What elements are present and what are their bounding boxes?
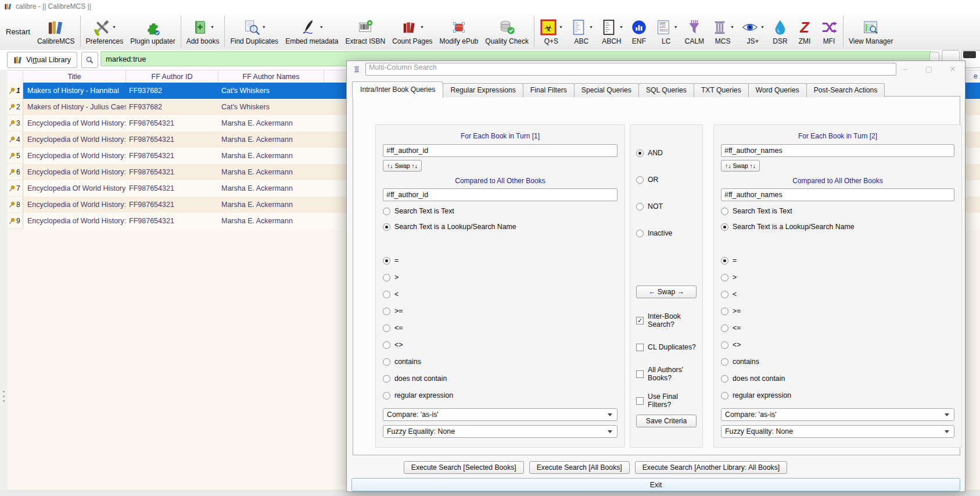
cell-author-names[interactable]: Marsha E. Ackermann (218, 131, 324, 148)
checkbox-use-final-filters[interactable]: Use Final Filters? (636, 396, 697, 405)
virtual-library-button[interactable]: Virtual Library (7, 52, 77, 68)
cell-author-id[interactable]: FF987654321 (126, 164, 218, 180)
cell-author-id[interactable]: FF987654321 (126, 180, 218, 197)
radio-circle[interactable] (383, 392, 390, 399)
radio-search-text-is-a-lookup-search-name[interactable]: Search Text is a Lookup/Search Name (383, 222, 618, 231)
column-header-ff-author-id[interactable]: FF Author ID (126, 70, 218, 83)
radio-circle[interactable] (721, 341, 728, 349)
radio-search-text-is-text[interactable]: Search Text is Text (383, 206, 618, 216)
radio-circle[interactable] (383, 274, 390, 281)
radio-search-text-is-a-lookup-search-name[interactable]: Search Text is a Lookup/Search Name (721, 222, 954, 231)
radio-circle[interactable] (383, 358, 390, 366)
radio-does-not-contain[interactable]: does not contain (721, 374, 954, 383)
checkbox-all-authors-books[interactable]: All Authors' Books? (636, 369, 697, 379)
row-pin-cell[interactable]: 7 (8, 180, 23, 197)
radio-circle[interactable] (721, 257, 728, 265)
radio-[interactable]: < (383, 290, 618, 299)
search-button[interactable] (81, 52, 98, 68)
radio-circle[interactable] (721, 358, 728, 366)
radio-circle[interactable] (383, 341, 390, 349)
radio-circle[interactable] (636, 230, 644, 237)
header-pin-column[interactable] (8, 70, 23, 83)
radio-and[interactable]: AND (636, 148, 697, 158)
toolbar-button-q-s[interactable]: ☣▼Q+S (536, 13, 566, 50)
splitter-handle-icon[interactable] (3, 391, 5, 392)
panel-1-compare-select[interactable]: Compare: 'as-is' (383, 408, 618, 421)
radio-regular-expression[interactable]: regular expression (383, 391, 618, 400)
radio-contains[interactable]: contains (383, 357, 618, 366)
tab-txt-queries[interactable]: TXT Queries (694, 83, 749, 97)
cell-author-id[interactable]: FF937682 (126, 83, 218, 99)
dropdown-arrow-icon[interactable]: ▼ (730, 25, 734, 29)
tab-word-queries[interactable]: Word Queries (748, 83, 807, 97)
row-pin-cell[interactable]: 9 (8, 213, 23, 229)
cell-author-id[interactable]: FF987654321 (126, 197, 218, 213)
column-header-title[interactable]: Title (23, 70, 126, 83)
minimize-button[interactable]: – (901, 65, 909, 73)
row-pin-cell[interactable]: 5 (8, 148, 23, 164)
radio-[interactable]: > (721, 273, 954, 282)
toolbar-button-calibremcs[interactable]: CalibreMCS (34, 13, 78, 50)
tab-intra-inter-book-queries[interactable]: Intra/Inter Book Queries (352, 81, 443, 98)
cell-author-id[interactable]: FF987654321 (126, 213, 218, 229)
radio-[interactable]: > (383, 273, 618, 282)
row-pin-cell[interactable]: 2 (8, 99, 23, 115)
radio-inactive[interactable]: Inactive (636, 229, 697, 238)
toolbar-button-extract-isbn[interactable]: Extract ISBN (342, 13, 389, 50)
tab-sql-queries[interactable]: SQL Queries (638, 83, 694, 97)
cell-author-names[interactable]: Cat's Whiskers (218, 83, 324, 99)
checkbox-box[interactable] (636, 344, 644, 351)
save-criteria-button[interactable]: Save Criteria (636, 415, 697, 427)
checkbox-cl-duplicates[interactable]: CL Duplicates? (636, 342, 697, 352)
radio-circle[interactable] (383, 291, 390, 298)
radio-[interactable]: <> (383, 340, 618, 349)
left-splitter[interactable] (0, 70, 8, 490)
toolbar-button-add-books[interactable]: ▼Add books (183, 13, 223, 50)
cell-title[interactable]: Encyclopedia of World History: ... (23, 115, 126, 131)
cell-title[interactable]: Encyclopedia of World History: ... (23, 148, 126, 164)
toolbar-button-enf[interactable]: ENF (627, 13, 651, 50)
toolbar-button-dsr[interactable]: DSR (768, 13, 792, 50)
dropdown-arrow-icon[interactable]: ▼ (619, 25, 623, 29)
dropdown-arrow-icon[interactable]: ▼ (112, 25, 116, 29)
cell-title[interactable]: Makers of History - Julius Caesar (23, 99, 126, 115)
tab-special-queries[interactable]: Special Queries (574, 83, 639, 97)
toolbar-button-modify-epub[interactable]: Modify ePub (436, 13, 482, 50)
radio-circle[interactable] (383, 223, 390, 231)
radio-circle[interactable] (636, 203, 644, 210)
radio-search-text-is-text[interactable]: Search Text is Text (721, 206, 954, 216)
column-header-ff-author-names[interactable]: FF Author Names (218, 70, 324, 83)
panel-2-turn-field[interactable] (721, 144, 954, 157)
dropdown-arrow-icon[interactable]: ▼ (420, 25, 424, 29)
radio-circle[interactable] (721, 274, 728, 281)
cell-title[interactable]: Encyclopedia of World History: ... (23, 213, 126, 229)
cell-author-names[interactable]: Marsha E. Ackermann (218, 180, 324, 197)
toolbar-button-abch[interactable]: ▼ABCH (597, 13, 627, 50)
swap-panels-button[interactable]: ← Swap → (636, 286, 697, 298)
radio-[interactable]: <= (721, 323, 954, 333)
row-pin-cell[interactable]: 1 (8, 83, 23, 99)
maximize-button[interactable]: ▢ (925, 65, 933, 73)
cell-title[interactable]: Encyclopedia of World History: ... (23, 164, 126, 180)
row-pin-cell[interactable]: 8 (8, 197, 23, 213)
cell-author-names[interactable]: Marsha E. Ackermann (218, 148, 324, 164)
toolbar-button-mfi[interactable]: MFI (817, 13, 841, 50)
panel-1-turn-field[interactable] (383, 144, 618, 157)
dropdown-arrow-icon[interactable]: ▼ (320, 25, 324, 29)
toolbar-button-abc[interactable]: ▼ABC (566, 13, 597, 50)
dialog-title-bar[interactable]: Multi-Column Search – ▢ ✕ (347, 61, 965, 77)
radio-circle[interactable] (721, 208, 728, 215)
radio-[interactable]: = (383, 256, 618, 265)
panel-1-compared-field[interactable] (383, 188, 618, 201)
cell-author-names[interactable]: Cat's Whiskers (218, 99, 324, 115)
radio-circle[interactable] (721, 223, 728, 231)
toolbar-button-lc[interactable]: DDCLCCOCLC▼LC (651, 13, 681, 50)
tab-post-search-actions[interactable]: Post-Search Actions (806, 83, 885, 97)
radio-contains[interactable]: contains (721, 357, 954, 366)
toolbar-button-count-pages[interactable]: ▼Count Pages (389, 13, 436, 50)
cell-title[interactable]: Encyclopedia of World History: ... (23, 131, 126, 148)
radio-circle[interactable] (383, 257, 390, 265)
radio-not[interactable]: NOT (636, 202, 697, 211)
cell-title[interactable]: Encyclopedia of World History: ... (23, 197, 126, 213)
toolbar-button-preferences[interactable]: ▼Preferences (82, 13, 127, 50)
